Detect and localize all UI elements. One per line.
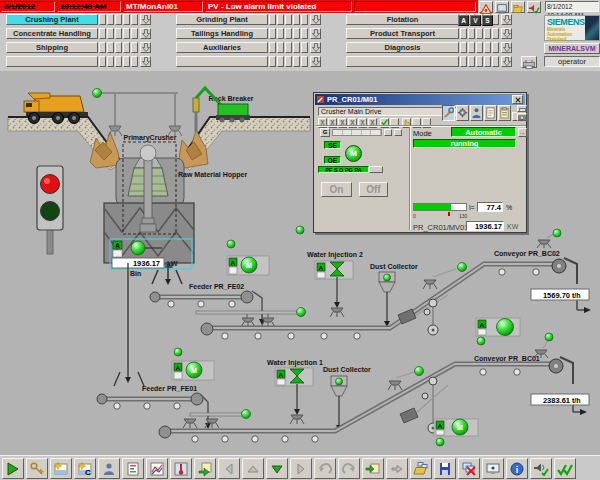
nav-status-cell bbox=[99, 42, 106, 53]
nav-picture-button[interactable]: Diagnosis bbox=[346, 42, 459, 53]
alarm-warning-icon[interactable] bbox=[479, 1, 493, 13]
trend-button[interactable] bbox=[146, 458, 168, 479]
nav-picture-button[interactable]: Crushing Plant bbox=[6, 14, 98, 25]
nav-expand-button[interactable] bbox=[310, 42, 321, 53]
picture-copy-button[interactable]: C bbox=[74, 458, 96, 479]
nav-status-cell bbox=[492, 28, 499, 39]
conveyor-bc01-motor[interactable]: A M bbox=[434, 419, 478, 436]
nav-group: Crushing Plant bbox=[6, 14, 151, 25]
undo-button[interactable] bbox=[314, 458, 336, 479]
forward-button[interactable] bbox=[290, 458, 312, 479]
water-injection-1-label: Water Injection 1 bbox=[267, 359, 323, 367]
flotation-quick-a-button[interactable]: A bbox=[458, 15, 469, 26]
nav-picture-button[interactable]: Shipping bbox=[6, 42, 98, 53]
back-button[interactable] bbox=[218, 458, 240, 479]
nav-picture-button[interactable]: Concentrate Handling bbox=[6, 28, 98, 39]
mode-more-button[interactable]: ... bbox=[518, 128, 527, 137]
nav-expand-button[interactable] bbox=[501, 42, 512, 53]
hollow-down-arrow-icon bbox=[142, 15, 150, 24]
run-icon bbox=[5, 461, 21, 477]
arrow-left-icon bbox=[221, 461, 237, 477]
faceplate-titlebar[interactable]: PR_CR01/M01 bbox=[315, 94, 525, 105]
snapshot-button[interactable] bbox=[517, 113, 527, 121]
report-button[interactable] bbox=[122, 458, 144, 479]
nav-picture-button[interactable] bbox=[346, 56, 459, 67]
nav-expand-button[interactable] bbox=[501, 14, 512, 25]
open-button[interactable] bbox=[410, 458, 432, 479]
flotation-quick-v-button[interactable]: V bbox=[470, 15, 481, 26]
hollow-down-arrow-icon bbox=[142, 29, 150, 38]
bc02-rate-box[interactable]: 1569.70 t/h bbox=[531, 289, 589, 300]
picture-next-button[interactable] bbox=[386, 458, 408, 479]
nav-expand-button[interactable] bbox=[501, 28, 512, 39]
nav-expand-button[interactable] bbox=[140, 42, 151, 53]
svg-text:A: A bbox=[438, 423, 443, 429]
runtime-button[interactable] bbox=[2, 458, 24, 479]
redo-button[interactable] bbox=[338, 458, 360, 479]
nav-expand-button[interactable] bbox=[501, 56, 512, 67]
delete-button[interactable] bbox=[458, 458, 480, 479]
flotation-quick-s-button[interactable]: S bbox=[482, 15, 493, 26]
group-button[interactable]: G bbox=[320, 128, 330, 137]
note-icon bbox=[485, 107, 496, 119]
monitor-button[interactable] bbox=[482, 458, 504, 479]
feeder-fe02-motor[interactable]: A M bbox=[227, 256, 269, 275]
parameter-view-button[interactable] bbox=[456, 105, 469, 121]
nav-picture-button[interactable]: Flotation bbox=[346, 14, 459, 25]
nav-expand-button[interactable] bbox=[140, 14, 151, 25]
info-button[interactable]: i bbox=[506, 458, 528, 479]
feeder-fe01-motor[interactable]: A M bbox=[172, 361, 214, 380]
conveyor-bc02-motor[interactable]: A bbox=[476, 318, 520, 336]
picture-jump-button[interactable] bbox=[362, 458, 384, 479]
down-button[interactable] bbox=[266, 458, 288, 479]
horn-acknowledge-button[interactable] bbox=[530, 458, 552, 479]
nav-status-cell bbox=[492, 56, 499, 67]
system-monitor-icon[interactable] bbox=[495, 1, 509, 13]
acknowledge-all-button[interactable] bbox=[554, 458, 576, 479]
login-key-button[interactable] bbox=[26, 458, 48, 479]
motor-symbol: M bbox=[191, 367, 197, 374]
hollow-down-arrow-icon bbox=[312, 43, 320, 52]
dust-collector-2-label: Dust Collector bbox=[370, 263, 418, 270]
nav-expand-button[interactable] bbox=[310, 14, 321, 25]
nav-status-cell bbox=[107, 56, 114, 67]
nav-picture-button[interactable] bbox=[6, 56, 98, 67]
nav-picture-button[interactable] bbox=[176, 56, 268, 67]
nav-status-cell bbox=[269, 42, 276, 53]
minerals-system-button[interactable]: MINERALSVM bbox=[544, 43, 600, 54]
nav-picture-button[interactable]: Tailings Handling bbox=[176, 28, 268, 39]
nav-picture-button[interactable]: Product Transport bbox=[346, 28, 459, 39]
spray-status-light bbox=[242, 410, 251, 419]
archive-icon[interactable] bbox=[511, 1, 525, 13]
nav-status-cell bbox=[115, 28, 122, 39]
batch-view-button[interactable] bbox=[498, 105, 511, 121]
picture-update-button[interactable] bbox=[194, 458, 216, 479]
close-button[interactable] bbox=[512, 95, 523, 104]
alarm-line[interactable]: 8/1/2012 10:12:43 AM MT/MonAnl01 PV - Lo… bbox=[0, 0, 478, 13]
nav-expand-button[interactable] bbox=[310, 56, 321, 67]
picture-thermometer-icon bbox=[173, 461, 189, 477]
save-button[interactable] bbox=[434, 458, 456, 479]
maintenance-view-button[interactable] bbox=[442, 105, 455, 121]
process-mimic: Rock Breaker bbox=[0, 0, 600, 480]
off-button[interactable]: Off bbox=[359, 182, 388, 197]
report-icon bbox=[125, 461, 141, 477]
nav-expand-button[interactable] bbox=[140, 28, 151, 39]
nav-expand-button[interactable] bbox=[310, 28, 321, 39]
nav-status-cell bbox=[285, 14, 292, 25]
nav-expand-button[interactable] bbox=[140, 56, 151, 67]
up-button[interactable] bbox=[242, 458, 264, 479]
pin-window-button[interactable] bbox=[517, 105, 527, 112]
nav-picture-button[interactable]: Grinding Plant bbox=[176, 14, 268, 25]
print-button[interactable] bbox=[521, 56, 537, 68]
on-button[interactable]: On bbox=[321, 182, 352, 197]
horn-status-icon[interactable] bbox=[527, 1, 541, 13]
operator-view-button[interactable] bbox=[470, 105, 483, 121]
new-picture-button[interactable] bbox=[50, 458, 72, 479]
user-button[interactable] bbox=[98, 458, 120, 479]
process-picture-button[interactable] bbox=[170, 458, 192, 479]
bc01-rate-box[interactable]: 2383.61 t/h bbox=[531, 394, 589, 405]
hollow-down-arrow-icon bbox=[503, 15, 511, 24]
message-view-button[interactable] bbox=[484, 105, 497, 121]
nav-picture-button[interactable]: Auxiliaries bbox=[176, 42, 268, 53]
